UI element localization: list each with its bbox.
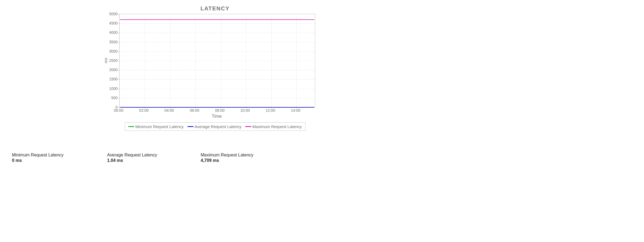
x-tick-label: 02:00: [139, 108, 149, 113]
grid-line-v: [119, 14, 120, 107]
legend-swatch: [128, 126, 134, 127]
legend-label: Minimum Request Latency: [135, 124, 184, 129]
grid-line-v: [271, 14, 272, 107]
x-tick-label: 14:00: [291, 108, 300, 113]
stat-label: Maximum Request Latency: [201, 153, 253, 158]
grid-line-v: [170, 14, 170, 107]
stat-block: Minimum Request Latency0 ms: [12, 153, 63, 163]
grid-line-v: [221, 14, 221, 107]
stat-block: Average Request Latency1.04 ms: [107, 153, 157, 163]
legend-item[interactable]: Average Request Latency: [188, 124, 241, 129]
grid-line-h: [119, 52, 315, 52]
x-tick-label: 12:00: [266, 108, 275, 113]
plot-box: [119, 14, 315, 107]
legend-swatch: [188, 126, 194, 127]
grid-line-h: [119, 89, 315, 89]
legend-label: Average Request Latency: [195, 124, 241, 129]
legend-label: Maximum Request Latency: [252, 124, 302, 129]
latency-chart: LATENCY ms 50004500400035003000250020001…: [103, 5, 327, 147]
grid-line-h: [119, 23, 315, 24]
stat-value: 1.04 ms: [107, 158, 157, 163]
series-line: [120, 107, 314, 108]
x-tick-label: 04:00: [164, 108, 174, 113]
grid-line-v: [296, 14, 297, 107]
x-tick-label: 06:00: [190, 108, 199, 113]
x-tick-label: 00:00: [114, 108, 123, 113]
x-tick-label: 08:00: [215, 108, 225, 113]
x-axis-label: Time: [119, 114, 315, 119]
grid-line-v: [246, 14, 246, 107]
chart-title: LATENCY: [103, 5, 327, 12]
chart-legend: Minimum Request LatencyAverage Request L…: [125, 122, 305, 131]
grid-line-h: [119, 70, 315, 70]
stats-row: Minimum Request Latency0 msAverage Reque…: [12, 153, 253, 163]
grid-line-h: [119, 61, 315, 61]
series-line: [120, 19, 314, 20]
stat-label: Average Request Latency: [107, 153, 157, 158]
legend-item[interactable]: Maximum Request Latency: [245, 124, 302, 129]
grid-line-v: [145, 14, 145, 107]
stat-value: 4,709 ms: [201, 158, 253, 163]
x-tick-label: 10:00: [240, 108, 250, 113]
y-axis-label: ms: [103, 58, 108, 63]
grid-line-h: [119, 42, 315, 43]
stat-label: Minimum Request Latency: [12, 153, 63, 158]
plot-area: ms 5000450040003500300025002000150010005…: [103, 14, 327, 107]
grid-line-v: [195, 14, 196, 107]
legend-item[interactable]: Minimum Request Latency: [128, 124, 184, 129]
stat-value: 0 ms: [12, 158, 63, 163]
legend-swatch: [245, 126, 251, 127]
grid-line-h: [119, 98, 315, 98]
stat-block: Maximum Request Latency4,709 ms: [201, 153, 253, 163]
grid-line-h: [119, 79, 315, 80]
grid-line-h: [119, 33, 315, 33]
y-axis-ticks: 5000450040003500300025002000150010005000: [109, 14, 118, 107]
x-axis-ticks: 00:0002:0004:0006:0008:0010:0012:0014:00: [119, 108, 315, 113]
